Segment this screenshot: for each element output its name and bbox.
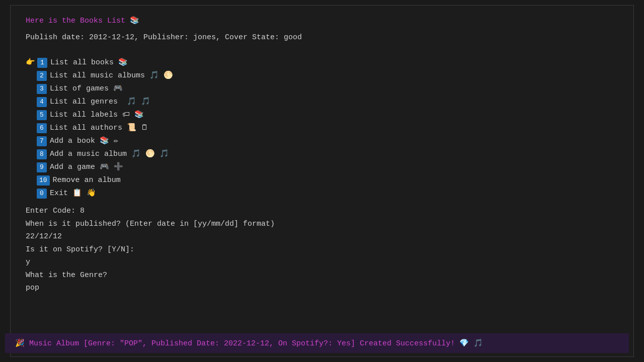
- spotify-prompt: Is it on Spotify? [Y/N]:: [26, 243, 618, 256]
- badge-10: 10: [37, 175, 50, 186]
- menu-item-9[interactable]: 9 Add a game 🎮 ➕: [26, 161, 618, 173]
- badge-6: 6: [37, 123, 47, 134]
- menu-item-7[interactable]: 7 Add a book 📚 ✏: [26, 135, 618, 147]
- date-input-value: 22/12/12: [26, 230, 618, 243]
- menu-label-4: List all genres 🎵 🎵: [50, 96, 150, 108]
- menu-item-10[interactable]: 10 Remove an album: [26, 174, 618, 187]
- badge-4: 4: [37, 97, 47, 108]
- prompt-section: Enter Code: 8 When is it published? (Ent…: [26, 205, 618, 295]
- genre-prompt: What is the Genre?: [26, 269, 618, 282]
- menu-item-5[interactable]: 5 List all labels 🏷 📚: [26, 109, 618, 121]
- badge-7: 7: [37, 136, 47, 147]
- menu-label-9: Add a game 🎮 ➕: [50, 161, 123, 173]
- badge-0: 0: [37, 189, 47, 199]
- badge-3: 3: [37, 84, 47, 95]
- menu-label-6: List all authors 📜 🗒: [50, 122, 148, 134]
- menu-label-1: List all books 📚: [50, 57, 128, 69]
- menu-item-8[interactable]: 8 Add a music album 🎵 🌕 🎵: [26, 148, 618, 160]
- menu-label-8: Add a music album 🎵 🌕 🎵: [50, 148, 169, 160]
- badge-9: 9: [37, 162, 47, 173]
- menu-item-1[interactable]: 👉 1 List all books 📚: [26, 57, 618, 69]
- enter-code-prompt: Enter Code: 8: [26, 205, 618, 218]
- date-prompt: When is it published? (Enter date in [yy…: [26, 218, 618, 231]
- badge-2: 2: [37, 71, 47, 81]
- pointer-icon: 👉: [26, 57, 35, 69]
- menu-item-2[interactable]: 2 List all music albums 🎵 🌕: [26, 70, 618, 82]
- menu-item-4[interactable]: 4 List all genres 🎵 🎵: [26, 96, 618, 108]
- badge-1: 1: [37, 58, 47, 68]
- genre-input-value: pop: [26, 282, 618, 295]
- menu-container: 👉 1 List all books 📚 2 List all music al…: [26, 57, 618, 200]
- success-bar: 🎉 Music Album [Genre: "POP", Published D…: [10, 333, 629, 353]
- badge-5: 5: [37, 110, 47, 121]
- spotify-input-value: y: [26, 256, 618, 269]
- publish-info: Publish date: 2012-12-12, Publisher: jon…: [26, 33, 618, 42]
- menu-label-5: List all labels 🏷 📚: [50, 109, 144, 121]
- header-title: Here is the Books List 📚: [26, 16, 618, 25]
- menu-item-3[interactable]: 3 List of games 🎮: [26, 83, 618, 95]
- menu-label-2: List all music albums 🎵 🌕: [50, 70, 173, 82]
- terminal-window: Here is the Books List 📚 Publish date: 2…: [10, 5, 634, 357]
- menu-item-0[interactable]: 0 Exit 📋 👋: [26, 188, 618, 200]
- menu-label-10: Remove an album: [53, 174, 121, 187]
- badge-8: 8: [37, 149, 47, 160]
- menu-label-7: Add a book 📚 ✏: [50, 135, 118, 147]
- menu-label-0: Exit 📋 👋: [50, 188, 96, 200]
- menu-label-3: List of games 🎮: [50, 83, 123, 95]
- menu-item-6[interactable]: 6 List all authors 📜 🗒: [26, 122, 618, 134]
